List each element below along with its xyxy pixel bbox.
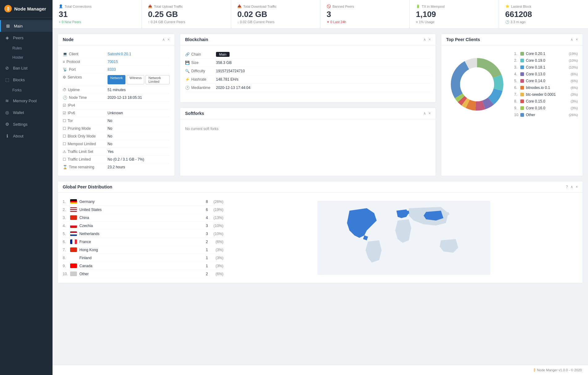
pruning-icon: ☐ — [63, 126, 66, 131]
softforks-panel-header: Softforks ∧ × — [180, 108, 436, 119]
distribution-close-btn[interactable]: × — [576, 185, 578, 189]
sidebar-item-main[interactable]: ⊞ Main — [0, 20, 53, 32]
wallet-icon: ◎ — [4, 110, 10, 115]
svg-point-11 — [460, 67, 494, 101]
dist-row-4: 4. Czechia 3 (10%) — [63, 222, 223, 230]
sidebar-label-about: About — [13, 134, 23, 138]
distribution-panel-title: Global Peer Distribution — [63, 184, 112, 189]
stats-bar: 👤 Total Connections 31 + 0 New Peers 📤 T… — [53, 0, 588, 29]
blockchain-close-btn[interactable]: × — [429, 37, 431, 42]
sidebar-item-hoster[interactable]: Hoster — [0, 53, 53, 62]
flag-nl — [70, 231, 77, 236]
peer-color-2 — [520, 59, 524, 62]
node-panel-title: Node — [63, 37, 74, 42]
peer-item-10: 10. Other (26%) — [514, 112, 578, 118]
stat-mempool-label: 🔋 TX in Mempool — [416, 4, 493, 8]
top-peers-panel-header: Top Peer Clients ∧ × — [441, 34, 583, 45]
flag-other — [70, 272, 77, 276]
sidebar-item-rules[interactable]: Rules — [0, 44, 53, 53]
top-peers-collapse-btn[interactable]: ∧ — [570, 37, 573, 42]
node-panel-body: 💻 Client Satoshi:0.20.1 ≡ Protocol 70015… — [58, 45, 175, 176]
node-row-ipv4: ☑ IPv4 — [63, 102, 170, 109]
sidebar-item-about[interactable]: ℹ About — [0, 130, 53, 142]
stat-block-sub: 🕐 3.3 m ago — [505, 20, 582, 24]
stat-upload-sub: ↑ 0.24 GB Current Peers — [148, 20, 225, 24]
distribution-list: 1. Germany 8 (26%) 2. United States 6 (1… — [63, 198, 223, 278]
stat-upload-label: 📤 Total Upload Traffic — [148, 4, 225, 8]
stat-download-value: 0.02 GB — [237, 10, 314, 19]
port-icon: 📡 — [63, 67, 67, 72]
banlist-icon: ⊘ — [4, 65, 10, 71]
node-collapse-btn[interactable]: ∧ — [162, 37, 165, 42]
node-close-btn[interactable]: × — [167, 37, 170, 42]
flag-cn — [70, 215, 77, 220]
nodetime-icon: 🕐 — [63, 95, 67, 100]
top-peers-close-btn[interactable]: × — [576, 37, 578, 42]
stat-download: 📥 Total Download Traffic 0.02 GB ↓ 0.02 … — [231, 0, 320, 28]
connections-icon: 👤 — [59, 4, 63, 8]
tor-icon: ☐ — [63, 119, 66, 123]
donut-chart — [446, 53, 508, 115]
stat-banned-sub: ✦ 0 Last 24h — [327, 20, 403, 24]
blockchain-panel-header: Blockchain ∧ × — [180, 34, 436, 45]
stat-upload-value: 0.25 GB — [148, 10, 225, 19]
flag-us — [70, 207, 77, 212]
mempool-stat-icon: 🔋 — [416, 4, 420, 8]
dashboard: Node ∧ × 💻 Client Satoshi:0.20.1 ≡ Proto… — [53, 29, 588, 365]
sidebar-item-wallet[interactable]: ◎ Wallet — [0, 107, 53, 118]
chain-icon: 🔗 — [185, 52, 190, 57]
north-america — [347, 208, 377, 238]
peer-item-2: 2. Core 0.19.0 (10%) — [514, 57, 578, 64]
sidebar-item-settings[interactable]: ⚙ Settings — [0, 118, 53, 130]
distribution-help-btn[interactable]: ? — [566, 185, 568, 189]
traffic-limit-icon: ⚠ — [63, 150, 66, 154]
download-icon: 📥 — [237, 4, 242, 8]
sidebar-label-blocks: Blocks — [13, 78, 25, 82]
main-content: 👤 Total Connections 31 + 0 New Peers 📤 T… — [53, 0, 588, 375]
distribution-collapse-btn[interactable]: ∧ — [570, 185, 573, 189]
peer-color-3 — [520, 65, 524, 69]
about-icon: ℹ — [4, 133, 10, 139]
softforks-panel-controls: ∧ × — [423, 111, 431, 116]
peer-color-4 — [520, 72, 524, 76]
softforks-collapse-btn[interactable]: ∧ — [423, 111, 426, 116]
stat-download-label: 📥 Total Download Traffic — [237, 4, 314, 8]
softforks-panel-body: No current soft forks — [180, 119, 436, 138]
sidebar-label-main: Main — [14, 24, 23, 28]
uptime-icon: ⏱ — [63, 88, 66, 92]
sidebar-nav: ⊞ Main ◈ Peers Rules Hoster ⊘ Ban List ⬚… — [0, 18, 53, 375]
ipv4-icon: ☑ — [63, 103, 66, 107]
size-icon: 💾 — [185, 61, 190, 65]
sidebar-label-settings: Settings — [13, 122, 27, 127]
sidebar-item-forks[interactable]: Forks — [0, 86, 53, 95]
stat-block-value: 661208 — [505, 10, 582, 19]
badge-network: Network — [108, 75, 125, 84]
app-logo: ₿ Node Manager — [0, 0, 53, 18]
distribution-panel-body: 1. Germany 8 (26%) 2. United States 6 (1… — [58, 193, 583, 283]
flag-de — [70, 199, 77, 204]
mempool-icon: ≋ — [4, 98, 10, 103]
stat-banned-label: 🚫 Banned Peers — [327, 4, 403, 8]
world-map — [317, 201, 490, 275]
stat-mempool-value: 1,109 — [416, 10, 493, 19]
blockchain-row-chain: 🔗 Chain Main — [185, 50, 431, 59]
dist-row-3: 3. China 4 (13%) — [63, 214, 223, 222]
world-map-container — [230, 198, 578, 278]
sidebar-item-blocks[interactable]: ⬚ Blocks — [0, 74, 53, 86]
stat-mempool: 🔋 TX in Mempool 1,109 ≡ 1% Usage — [410, 0, 499, 28]
blockchain-panel-controls: ∧ × — [423, 37, 431, 42]
mediantime-icon: 🕐 — [185, 86, 190, 90]
sidebar-item-banlist[interactable]: ⊘ Ban List — [0, 62, 53, 74]
blockchain-row-size: 💾 Size 358.3 GB — [185, 59, 431, 67]
sidebar-item-mempool[interactable]: ≋ Memory Pool — [0, 95, 53, 107]
blockchain-collapse-btn[interactable]: ∧ — [423, 37, 426, 42]
badge-witness: Witness — [127, 75, 144, 84]
block-icon: ⭐ — [505, 4, 510, 8]
dist-row-2: 2. United States 6 (19%) — [63, 206, 223, 214]
softforks-close-btn[interactable]: × — [429, 111, 431, 116]
flag-ca — [70, 263, 77, 268]
stat-block: ⭐ Lastest Block 661208 🕐 3.3 m ago — [499, 0, 588, 28]
stat-download-sub: ↓ 0.02 GB Current Peers — [237, 20, 314, 24]
node-row-blockonly: ☐ Block Only Mode No — [63, 133, 170, 140]
sidebar-item-peers[interactable]: ◈ Peers — [0, 32, 53, 44]
